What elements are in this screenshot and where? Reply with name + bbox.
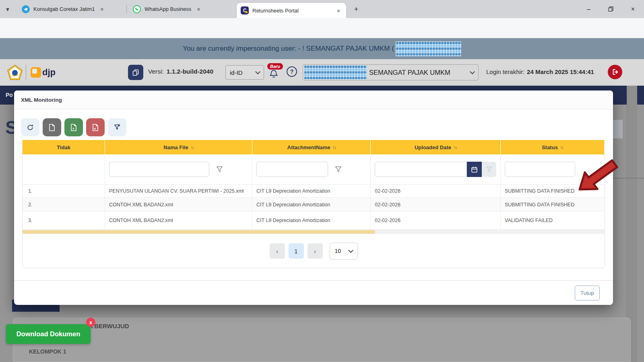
xml-monitoring-modal: XML Monitoring x a Tidak Nama File ↑↓ [14,90,613,305]
cell-status: SUBMITTING DATA FINISHED [501,198,604,212]
impersonation-text: You are currently impersonating user: - … [183,45,394,53]
annotation-arrow [576,157,620,193]
tab-label: Returnsheets Portal [252,8,299,14]
scrollbar-thumb[interactable] [23,230,375,234]
notifications[interactable]: Baru [267,64,286,82]
tab-close-icon[interactable]: × [335,7,342,14]
sort-icon[interactable]: ↑↓ [332,145,335,150]
modal-footer: Tutup [14,280,613,305]
copy-button[interactable] [128,65,143,80]
tutup-button[interactable]: Tutup [575,286,600,300]
remove-document-badge[interactable]: x [86,318,95,327]
user-dropdown[interactable]: SEMANGAT PAJAK UMKM [303,64,479,80]
tab-divider [126,5,127,13]
minimize-button[interactable]: – [578,0,600,18]
sort-icon[interactable]: ↑↓ [191,145,194,150]
browser-toolbar: ← https://coretaxdjp.pajak.go.id/returns… [0,18,644,38]
export-excel-button[interactable]: x [64,118,83,136]
col-label: Uploaded Date [415,144,451,150]
refresh-table-button[interactable] [21,118,39,136]
next-page-button[interactable]: › [308,243,323,259]
djp-logo: djp [31,67,56,78]
col-header-attachmentname[interactable]: AttachmentName ↑↓ [252,140,371,154]
version-info: Versi:1.1.2-build-2040 [148,68,213,75]
logout-button[interactable] [608,65,622,79]
col-label: Nama File [163,144,188,150]
tab-close-icon[interactable]: × [195,6,202,13]
cell-attachment: CIT L9 Depreciation Amortization [252,185,371,198]
chevron-down-icon [255,69,260,74]
new-badge: Baru [267,63,283,70]
nama-file-filter-input[interactable] [109,162,209,177]
chevron-down-icon [470,69,475,74]
telegram-icon [22,5,30,13]
sort-icon[interactable]: ↑↓ [454,145,456,150]
last-login-label: Login terakhir: [486,68,524,75]
tab-konsulgab[interactable]: Konsulgab Coretax Jatim1 × [18,0,125,18]
restore-button[interactable] [600,0,622,18]
close-window-button[interactable]: × [622,0,644,18]
prev-page-button[interactable]: ‹ [270,243,285,259]
cell-file: CONTOH XML BADAN2.xml [105,212,252,230]
browser-tab-bar: ▼ Konsulgab Coretax Jatim1 × WhatsApp Bu… [0,0,644,18]
filter-icon[interactable] [334,166,342,173]
table-row[interactable]: 2. CONTOH XML BADAN2.xml CIT L9 Deprecia… [23,198,605,212]
status-filter-input[interactable] [505,162,575,177]
sort-icon[interactable]: ↑↓ [560,145,563,150]
table-header-row: Tidak Nama File ↑↓ AttachmentName ↑↓ Upl… [23,140,605,154]
background-nav-text: Po [6,92,13,98]
version-label: Versi: [148,68,164,75]
table-row[interactable]: 3. CONTOH XML BADAN2.xml CIT L9 Deprecia… [23,212,605,230]
svg-text:x: x [72,127,74,130]
tab-label: WhatsApp Business [144,6,191,12]
tab-whatsapp[interactable]: WhatsApp Business × [129,0,234,18]
uploaded-date-filter-input[interactable] [375,162,467,177]
djp-logo-text: djp [42,67,56,78]
modal-titlebar: XML Monitoring [14,90,613,109]
cell-date: 02-02-2026 [371,185,501,198]
col-header-nama-file[interactable]: Nama File ↑↓ [105,140,252,154]
current-page-button[interactable]: 1 [289,243,304,259]
page-size-select[interactable]: 10 [330,243,358,260]
date-filter-button[interactable] [482,162,496,177]
export-pdf-button[interactable]: a [86,118,105,136]
modal-toolbar: x a [14,109,613,136]
xml-table: Tidak Nama File ↑↓ AttachmentName ↑↓ Upl… [22,140,605,268]
tab-returnsheets-portal[interactable]: C Returnsheets Portal × [237,3,346,18]
window-controls: – × [578,0,644,18]
app-header: djp Versi:1.1.2-build-2040 id-ID Baru ? … [0,59,644,86]
logo-divider [26,65,26,80]
help-glyph: ? [290,68,294,75]
tab-close-icon[interactable]: × [98,6,105,13]
language-select[interactable]: id-ID [225,65,264,80]
horizontal-scrollbar[interactable] [23,230,605,234]
clear-filters-button[interactable] [108,118,126,136]
help-icon[interactable]: ? [287,66,297,77]
cell-no: 1. [23,185,105,198]
cell-date: 02-02-2026 [371,198,501,212]
svg-text:a: a [94,127,96,130]
filter-icon[interactable] [216,166,223,173]
cell-no: 3. [23,212,105,230]
export-csv-button[interactable] [43,118,61,136]
col-header-uploaded-date[interactable]: Uploaded Date ↑↓ [371,140,501,154]
bell-icon [269,69,279,79]
download-dokumen-button[interactable]: Download Dokumen [6,324,91,344]
filter-row [23,154,605,185]
background-group-label: KELOMPOK 1 [29,348,66,355]
col-label: Tidak [57,144,70,150]
tab-label: Konsulgab Coretax Jatim1 [33,6,95,12]
attachmentname-filter-input[interactable] [256,162,328,177]
col-label: AttachmentName [287,144,330,150]
filter-cell-uploaded-date [371,154,501,185]
version-value: 1.1.2-build-2040 [167,68,213,75]
tab-search-chevron-icon[interactable]: ▼ [2,4,13,14]
calendar-button[interactable] [467,162,482,177]
table-row[interactable]: 1. PENYUSUTAN ULANGAN CV. SUARA PERTIWI … [23,185,605,198]
cell-date: 02-02-2026 [371,212,501,230]
page-size-value: 10 [335,248,341,254]
last-login-value: 24 March 2025 15:44:41 [527,68,594,75]
new-tab-button[interactable]: + [351,4,361,14]
col-header-status[interactable]: Status ↑↓ [501,140,604,154]
redacted-user-block [396,41,461,56]
